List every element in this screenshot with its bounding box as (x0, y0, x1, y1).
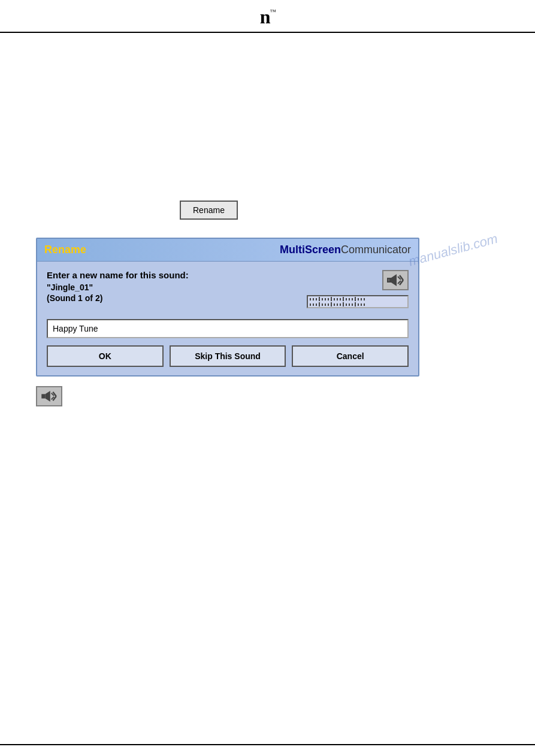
dialog-title-app: MultiScreenCommunicator (280, 244, 411, 256)
dialog-right-controls (307, 270, 409, 308)
main-content: manualslib.com Rename Rename MultiScreen… (0, 33, 535, 418)
dialog-top-row: Enter a new name for this sound: "Jingle… (47, 270, 409, 308)
slider-ticks (308, 297, 407, 306)
svg-rect-7 (41, 394, 45, 398)
volume-icon[interactable] (382, 270, 409, 290)
dialog-wrapper: Rename MultiScreenCommunicator Enter a n… (36, 238, 499, 406)
dialog-prompt: Enter a new name for this sound: (47, 270, 307, 280)
dialog-sound-name: "Jingle_01" (47, 283, 307, 292)
rename-dialog: Rename MultiScreenCommunicator Enter a n… (36, 238, 419, 377)
sound-name-input[interactable] (47, 319, 409, 338)
rename-standalone-button[interactable]: Rename (180, 201, 238, 220)
dialog-title-rename: Rename (44, 244, 86, 256)
tick-row-bottom (310, 302, 406, 306)
page-footer (0, 744, 535, 756)
page-header: n™ (0, 0, 535, 33)
ok-button[interactable]: OK (47, 345, 164, 367)
cancel-button[interactable]: Cancel (292, 345, 409, 367)
skip-this-sound-button[interactable]: Skip This Sound (170, 345, 286, 367)
dialog-title-communicator: Communicator (341, 244, 411, 256)
logo: n™ (260, 6, 276, 28)
small-volume-icon[interactable] (36, 386, 62, 406)
slider-bar[interactable] (307, 295, 409, 308)
dialog-title-multiscreen: MultiScreen (280, 244, 341, 256)
rename-button-wrapper: Rename (180, 201, 499, 220)
dialog-body: Enter a new name for this sound: "Jingle… (37, 262, 418, 375)
svg-marker-1 (391, 274, 397, 286)
dialog-buttons: OK Skip This Sound Cancel (47, 345, 409, 367)
tick-row-top (310, 297, 406, 301)
speaker-svg (387, 274, 404, 287)
small-speaker-svg (41, 390, 57, 402)
dialog-left-text: Enter a new name for this sound: "Jingle… (47, 270, 307, 303)
svg-marker-8 (46, 391, 50, 402)
dialog-sound-count: (Sound 1 of 2) (47, 293, 307, 303)
dialog-titlebar: Rename MultiScreenCommunicator (37, 239, 418, 262)
